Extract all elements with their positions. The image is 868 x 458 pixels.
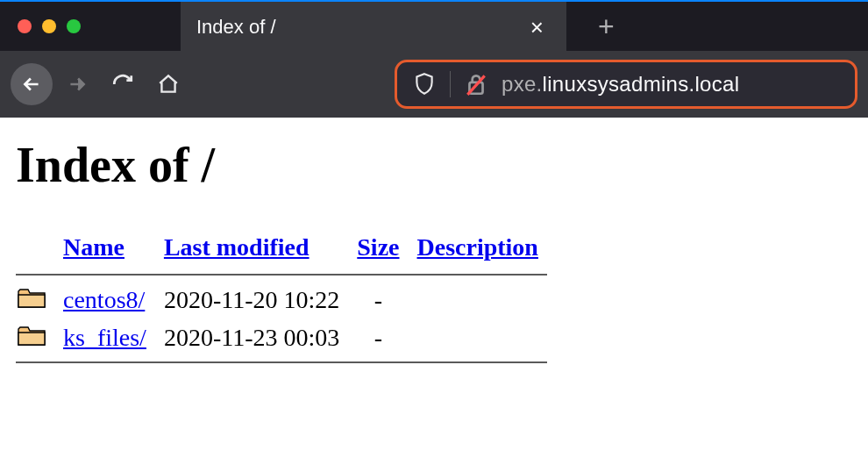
row-icon-cell — [16, 318, 54, 356]
new-tab-button[interactable]: + — [587, 11, 625, 43]
reload-button[interactable] — [102, 63, 144, 105]
browser-tab[interactable]: Index of / × — [181, 2, 566, 53]
folder-icon — [18, 286, 46, 315]
directory-listing-table: Name Last modified Size Description cent… — [16, 230, 547, 369]
row-name-cell: centos8/ — [54, 281, 155, 318]
forward-button[interactable] — [56, 63, 98, 105]
reload-icon — [111, 73, 134, 96]
close-tab-button[interactable]: × — [523, 11, 551, 45]
page-heading: Index of / — [16, 137, 852, 193]
separator — [450, 71, 451, 97]
url-domain: linuxsysadmins.local — [543, 72, 740, 96]
insecure-lock-icon[interactable] — [465, 72, 487, 97]
url-text: pxe.linuxsysadmins.local — [502, 72, 739, 97]
row-name-cell: ks_files/ — [54, 318, 155, 356]
address-bar[interactable]: pxe.linuxsysadmins.local — [395, 60, 857, 109]
arrow-left-icon — [20, 73, 43, 96]
home-button[interactable] — [147, 63, 189, 105]
maximize-window-button[interactable] — [67, 19, 81, 33]
arrow-right-icon — [66, 73, 89, 96]
row-size-cell: - — [348, 318, 408, 356]
header-description: Description — [409, 230, 547, 268]
shield-icon[interactable] — [413, 72, 436, 97]
divider-row — [16, 268, 547, 281]
row-description-cell — [409, 281, 547, 318]
url-subdomain: pxe. — [502, 72, 543, 96]
browser-toolbar: pxe.linuxsysadmins.local — [0, 51, 868, 118]
row-size-cell: - — [348, 281, 408, 318]
page-content: Index of / Name Last modified Size Descr… — [0, 118, 868, 388]
header-icon — [16, 230, 54, 268]
header-size: Size — [348, 230, 408, 268]
row-icon-cell — [16, 281, 54, 318]
table-row: ks_files/ 2020-11-23 00:03 - — [16, 318, 547, 356]
table-header-row: Name Last modified Size Description — [16, 230, 547, 268]
divider — [16, 361, 547, 363]
browser-titlebar: Index of / × + — [0, 0, 868, 51]
divider-row — [16, 356, 547, 369]
minimize-window-button[interactable] — [42, 19, 56, 33]
row-modified-cell: 2020-11-23 00:03 — [155, 318, 348, 356]
entry-link[interactable]: centos8/ — [63, 286, 145, 313]
divider — [16, 274, 547, 276]
header-last-modified: Last modified — [155, 230, 348, 268]
sort-name-link[interactable]: Name — [63, 233, 125, 261]
sort-size-link[interactable]: Size — [357, 233, 399, 261]
table-row: centos8/ 2020-11-20 10:22 - — [16, 281, 547, 318]
home-icon — [157, 73, 180, 96]
back-button[interactable] — [11, 63, 53, 105]
close-window-button[interactable] — [18, 19, 32, 33]
row-description-cell — [409, 318, 547, 356]
folder-icon — [18, 324, 46, 353]
row-modified-cell: 2020-11-20 10:22 — [155, 281, 348, 318]
sort-description-link[interactable]: Description — [417, 233, 538, 261]
entry-link[interactable]: ks_files/ — [63, 324, 146, 351]
header-name: Name — [54, 230, 155, 268]
window-controls — [0, 19, 81, 33]
tab-title: Index of / — [196, 16, 523, 39]
sort-modified-link[interactable]: Last modified — [164, 233, 309, 261]
